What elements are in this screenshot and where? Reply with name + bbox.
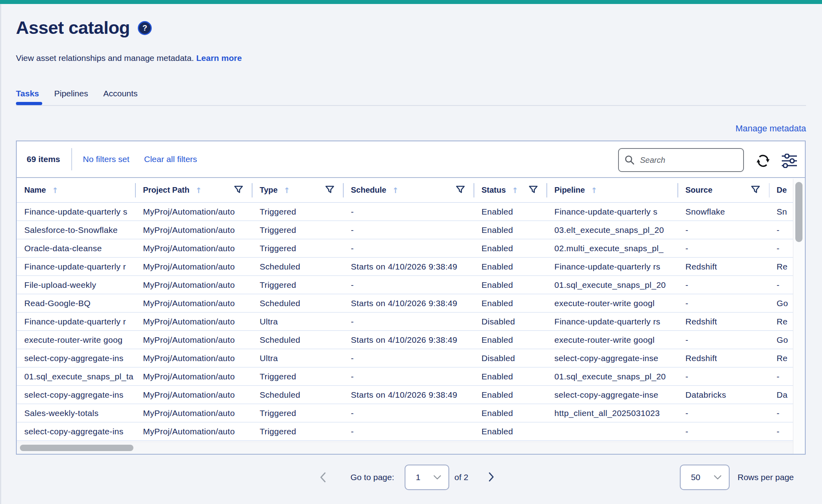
cell-schedule: - xyxy=(343,313,474,330)
sort-asc-icon: ↑ xyxy=(52,186,58,195)
table-row[interactable]: Sales-weekly-totalsMyProj/Automation/aut… xyxy=(17,404,805,422)
no-filters-link[interactable]: No filters set xyxy=(83,154,129,164)
cell-status: Enabled xyxy=(474,203,547,221)
table-row[interactable]: Finance-update-quarterly sMyProj/Automat… xyxy=(17,203,805,221)
cell-status: Disabled xyxy=(474,349,547,367)
cell-schedule: - xyxy=(343,404,474,422)
cell-project-path: MyProj/Automation/auto xyxy=(135,422,252,440)
cell-source: - xyxy=(678,367,769,385)
cell-project-path: MyProj/Automation/auto xyxy=(135,404,252,422)
filter-settings-icon[interactable] xyxy=(781,154,798,168)
cell-destination: - xyxy=(769,239,795,257)
cell-project-path: MyProj/Automation/auto xyxy=(135,258,252,275)
cell-pipeline: Finance-update-quarterly s xyxy=(547,203,678,221)
help-icon[interactable]: ? xyxy=(138,21,152,35)
cell-project-path: MyProj/Automation/auto xyxy=(135,294,252,312)
cell-pipeline: 02.multi_execute_snaps_pl_ xyxy=(547,239,678,257)
horizontal-scrollbar[interactable] xyxy=(17,441,793,454)
table-row[interactable]: execute-router-write googMyProj/Automati… xyxy=(17,331,805,349)
cell-destination: - xyxy=(769,404,795,422)
rows-per-page-label: Rows per page xyxy=(738,473,794,482)
cell-destination: Re xyxy=(769,313,795,330)
cell-schedule: - xyxy=(343,349,474,367)
refresh-icon[interactable] xyxy=(755,153,771,168)
cell-destination: - xyxy=(769,422,795,440)
cell-project-path: MyProj/Automation/auto xyxy=(135,313,252,330)
sort-asc-icon: ↑ xyxy=(591,186,597,195)
tab-pipelines[interactable]: Pipelines xyxy=(54,89,88,98)
page-select[interactable]: 1 xyxy=(405,465,449,490)
cell-pipeline: 01.sql_execute_snaps_pl_20 xyxy=(547,276,678,294)
table-row[interactable]: Read-Google-BQMyProj/Automation/autoSche… xyxy=(17,294,805,313)
tabs-divider xyxy=(16,105,806,106)
cell-status: Enabled xyxy=(474,367,547,385)
table-row[interactable]: select-copy-aggregate-insMyProj/Automati… xyxy=(17,422,805,441)
table-row[interactable]: File-upload-weeklyMyProj/Automation/auto… xyxy=(17,276,805,294)
previous-page-icon[interactable] xyxy=(320,472,326,483)
manage-metadata-link[interactable]: Manage metadata xyxy=(736,123,806,134)
cell-type: Ultra xyxy=(252,313,343,330)
column-header-destination[interactable]: De xyxy=(769,178,795,202)
cell-source: - xyxy=(678,221,769,239)
column-header-schedule[interactable]: Schedule↑ xyxy=(343,178,474,202)
cell-name: select-copy-aggregate-ins xyxy=(17,386,135,404)
cell-type: Ultra xyxy=(252,349,343,367)
cell-pipeline: http_client_all_2025031023 xyxy=(547,404,678,422)
cell-status: Enabled xyxy=(474,258,547,275)
toolbar-divider xyxy=(71,148,72,170)
cell-schedule: Starts on 4/10/2026 9:38:49 xyxy=(343,294,474,312)
tab-accounts[interactable]: Accounts xyxy=(103,89,137,98)
table-row[interactable]: Oracle-data-cleanseMyProj/Automation/aut… xyxy=(17,239,805,258)
active-tab-underline xyxy=(16,102,42,105)
cell-destination: - xyxy=(769,367,795,385)
cell-project-path: MyProj/Automation/auto xyxy=(135,331,252,349)
column-header-type[interactable]: Type↑ xyxy=(252,178,343,202)
cell-status: Enabled xyxy=(474,386,547,404)
column-header-name[interactable]: Name↑ xyxy=(17,178,135,202)
rows-per-page-select[interactable]: 50 xyxy=(680,465,730,490)
cell-schedule: Starts on 4/10/2026 9:38:49 xyxy=(343,386,474,404)
cell-schedule: Starts on 4/10/2026 9:38:49 xyxy=(343,258,474,275)
vertical-scrollbar[interactable] xyxy=(793,179,805,454)
table-row[interactable]: select-copy-aggregate-insMyProj/Automati… xyxy=(17,349,805,367)
column-header-pipeline[interactable]: Pipeline↑ xyxy=(547,178,678,202)
cell-destination: - xyxy=(769,276,795,294)
cell-status: Enabled xyxy=(474,294,547,312)
vertical-scrollbar-thumb[interactable] xyxy=(795,182,802,242)
column-header-project-path[interactable]: Project Path↑ xyxy=(135,178,252,202)
table-row[interactable]: Salesforce-to-SnowflakeMyProj/Automation… xyxy=(17,221,805,239)
cell-source: Snowflake xyxy=(678,203,769,221)
cell-name: File-upload-weekly xyxy=(17,276,135,294)
learn-more-link[interactable]: Learn more xyxy=(196,53,242,63)
table-row[interactable]: 01.sql_execute_snaps_pl_taMyProj/Automat… xyxy=(17,367,805,386)
filter-icon[interactable] xyxy=(234,185,243,195)
filter-icon[interactable] xyxy=(456,185,465,195)
cell-source: Redshift xyxy=(678,349,769,367)
search-input[interactable]: Search xyxy=(618,148,744,172)
filter-icon[interactable] xyxy=(325,185,335,195)
go-to-page-label: Go to page: xyxy=(350,473,394,482)
filter-icon[interactable] xyxy=(528,185,538,195)
table-row[interactable]: select-copy-aggregate-insMyProj/Automati… xyxy=(17,386,805,404)
items-count: 69 items xyxy=(27,154,60,164)
cell-type: Scheduled xyxy=(252,258,343,275)
cell-schedule: - xyxy=(343,276,474,294)
table-row[interactable]: Finance-update-quarterly rMyProj/Automat… xyxy=(17,258,805,276)
cell-type: Triggered xyxy=(252,221,343,239)
column-header-source[interactable]: Source xyxy=(678,178,769,202)
cell-name: Finance-update-quarterly r xyxy=(17,258,135,275)
next-page-icon[interactable] xyxy=(488,472,494,482)
column-header-status[interactable]: Status↑ xyxy=(474,178,547,202)
table-row[interactable]: Finance-update-quarterly rMyProj/Automat… xyxy=(17,313,805,331)
horizontal-scrollbar-thumb[interactable] xyxy=(20,445,133,451)
cell-type: Scheduled xyxy=(252,294,343,312)
cell-destination: Da xyxy=(769,386,795,404)
tab-tasks[interactable]: Tasks xyxy=(16,89,39,98)
search-icon xyxy=(624,155,635,165)
cell-name: Finance-update-quarterly s xyxy=(17,203,135,221)
clear-filters-link[interactable]: Clear all filters xyxy=(144,154,197,164)
cell-source: - xyxy=(678,276,769,294)
cell-name: select-copy-aggregate-ins xyxy=(17,422,135,440)
filter-icon[interactable] xyxy=(751,185,760,195)
cell-type: Triggered xyxy=(252,203,343,221)
